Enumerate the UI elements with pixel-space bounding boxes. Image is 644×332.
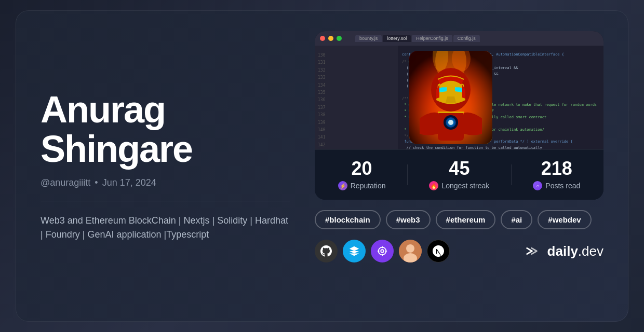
svg-point-5: [439, 87, 447, 91]
window-maximize-dot: [337, 36, 342, 41]
divider: [41, 201, 290, 201]
streak-icon: 🔥: [429, 181, 438, 190]
stat-divider-2: [511, 164, 512, 185]
brand-bold: daily: [547, 243, 578, 259]
tab-lottery[interactable]: lottery.sol: [383, 35, 411, 42]
brand-logo: daily.dev: [525, 243, 603, 259]
profile-cover: 1301311321331341351361371381391401411421…: [315, 46, 603, 149]
tags-section: #blockchain #web3 #ethereum #ai #webdev: [315, 210, 603, 229]
posts-label: ○ Posts read: [533, 181, 580, 190]
join-date: Jun 17, 2024: [102, 177, 156, 188]
brand-text: daily.dev: [547, 243, 603, 259]
user-avatar-icon[interactable]: [399, 240, 422, 262]
brand-icon-svg: [525, 244, 543, 258]
tag-web3[interactable]: #web3: [386, 210, 431, 229]
left-section: Anurag Shingare @anuragiiitt • Jun 17, 2…: [41, 31, 290, 301]
stat-streak: 45 🔥 Longest streak: [429, 159, 489, 190]
tag-blockchain[interactable]: #blockchain: [315, 210, 381, 229]
reputation-value: 20: [352, 159, 372, 178]
svg-point-6: [455, 87, 462, 91]
profile-card: Anurag Shingare @anuragiiitt • Jun 17, 2…: [16, 10, 628, 322]
profile-bio: Web3 and Ethereum BlockChain | Nextjs | …: [41, 214, 290, 242]
tab-bounty[interactable]: bounty.js: [355, 35, 382, 42]
posts-value: 218: [541, 159, 572, 178]
stat-divider-1: [407, 164, 408, 185]
tag-ethereum[interactable]: #ethereum: [436, 210, 496, 229]
svg-point-12: [381, 250, 384, 253]
streak-value: 45: [449, 159, 469, 178]
right-section: bounty.js lottery.sol HelperConfig.js Co…: [315, 31, 603, 301]
stats-bar: 20 ⚡ Reputation 45 🔥 Longest streak: [315, 149, 603, 200]
bottom-row: daily.dev: [315, 240, 603, 262]
editor-tabs: bounty.js lottery.sol HelperConfig.js Co…: [355, 35, 480, 42]
avatar-svg: [409, 51, 492, 144]
nextjs-icon[interactable]: [427, 240, 450, 262]
meta-dot: •: [95, 177, 98, 188]
social-icons: [315, 240, 450, 262]
code-sidebar: 1301311321331341351361371381391401411421…: [315, 46, 398, 149]
crosshair-icon[interactable]: [371, 240, 394, 262]
github-icon[interactable]: [315, 240, 338, 262]
tab-config[interactable]: Config.js: [453, 35, 480, 42]
stat-reputation: 20 ⚡ Reputation: [338, 159, 386, 190]
profile-meta: @anuragiiitt • Jun 17, 2024: [41, 177, 290, 188]
window-close-dot: [320, 36, 325, 41]
posts-icon: ○: [533, 181, 542, 190]
profile-name: Anurag Shingare: [41, 90, 290, 169]
stat-posts: 218 ○ Posts read: [533, 159, 580, 190]
tab-helperconfig[interactable]: HelperConfig.js: [412, 35, 452, 42]
profile-handle: @anuragiiitt: [41, 177, 90, 188]
tag-ai[interactable]: #ai: [501, 210, 532, 229]
avatar-container: [409, 51, 492, 144]
svg-point-18: [406, 244, 414, 253]
svg-point-10: [448, 120, 453, 125]
streak-label: 🔥 Longest streak: [429, 181, 489, 190]
reputation-icon: ⚡: [338, 181, 347, 190]
window-minimize-dot: [328, 36, 333, 41]
svg-point-11: [379, 247, 386, 255]
brand-light: .dev: [578, 243, 603, 259]
profile-preview-card: bounty.js lottery.sol HelperConfig.js Co…: [315, 31, 603, 200]
avatar-image: [409, 51, 492, 144]
window-chrome: bounty.js lottery.sol HelperConfig.js Co…: [315, 31, 603, 46]
dailydev-icon[interactable]: [343, 240, 366, 262]
tag-webdev[interactable]: #webdev: [538, 210, 591, 229]
reputation-label: ⚡ Reputation: [338, 181, 386, 190]
